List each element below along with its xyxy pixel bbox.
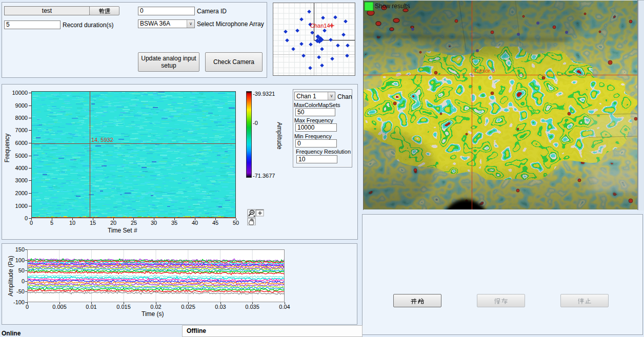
svg-text:Cursor 0: Cursor 0 (473, 68, 495, 74)
svg-text:Show results: Show results (375, 3, 410, 10)
svg-text:14, 5932: 14, 5932 (91, 137, 113, 143)
svg-text:Chan14: Chan14 (310, 23, 330, 29)
